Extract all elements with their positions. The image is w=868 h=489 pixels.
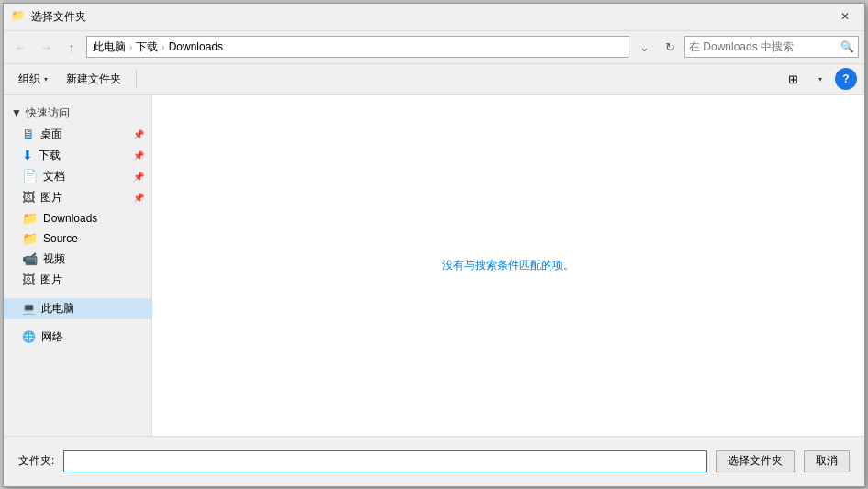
file-picker-dialog: 📁 选择文件夹 ✕ ← → ↑ 此电脑 › 下载 › Downloads ⌄ ↻… — [3, 3, 865, 487]
breadcrumb-item-2[interactable]: Downloads — [169, 40, 223, 53]
sidebar-item-label-documents: 文档 — [43, 169, 65, 184]
sidebar-item-source[interactable]: 📁 Source — [4, 228, 151, 249]
quick-access-label: 快速访问 — [26, 106, 70, 121]
sidebar-item-desktop[interactable]: 🖥 桌面 📌 — [4, 124, 151, 145]
documents-icon: 📄 — [22, 169, 38, 183]
view-button[interactable]: ⊞ — [780, 67, 806, 91]
titlebar: 📁 选择文件夹 ✕ — [4, 4, 864, 31]
search-input[interactable] — [689, 40, 837, 53]
sidebar-item-label-downloads: 下载 — [39, 148, 61, 163]
empty-message: 没有与搜索条件匹配的项。 — [442, 258, 574, 273]
this-pc-icon: 💻 — [22, 302, 36, 315]
sidebar-item-label-downloads-folder: Downloads — [43, 212, 97, 225]
folder-label: 文件夹: — [18, 453, 54, 469]
titlebar-icon: 📁 — [11, 9, 26, 24]
sidebar-item-label-pictures: 图片 — [40, 190, 62, 206]
file-area: 没有与搜索条件匹配的项。 — [152, 95, 864, 436]
cancel-button[interactable]: 取消 — [804, 450, 850, 472]
sidebar-item-network[interactable]: 🌐 网络 — [4, 327, 151, 348]
sidebar-item-label-network: 网络 — [41, 329, 63, 345]
desktop-icon: 🖥 — [22, 127, 35, 141]
organize-chevron-icon: ▾ — [44, 75, 48, 83]
sidebar-item-downloads[interactable]: ⬇ 下载 📌 — [4, 145, 151, 166]
toolbar: 组织 ▾ 新建文件夹 ⊞ ▾ ? — [4, 64, 864, 95]
pictures2-icon: 🖼 — [22, 272, 35, 287]
source-icon: 📁 — [22, 231, 38, 246]
sidebar-item-downloads-folder[interactable]: 📁 Downloads — [4, 208, 151, 228]
videos-icon: 📹 — [22, 251, 38, 266]
addressbar: ← → ↑ 此电脑 › 下载 › Downloads ⌄ ↻ 🔍 — [4, 31, 864, 64]
search-icon: 🔍 — [840, 40, 854, 53]
sidebar-item-label-desktop: 桌面 — [40, 127, 62, 142]
close-button[interactable]: ✕ — [833, 6, 857, 27]
toolbar-separator — [136, 70, 137, 88]
sidebar-item-documents[interactable]: 📄 文档 📌 — [4, 166, 151, 187]
breadcrumb-dropdown-button[interactable]: ⌄ — [633, 36, 655, 58]
quick-access-collapse-icon: ▼ — [11, 106, 22, 119]
back-button[interactable]: ← — [9, 36, 31, 58]
breadcrumb-item-1[interactable]: 下载 — [136, 39, 158, 55]
sidebar-item-label-this-pc: 此电脑 — [41, 301, 74, 317]
search-box: 🔍 — [684, 36, 859, 58]
pin-icon-documents: 📌 — [133, 172, 144, 182]
organize-label: 组织 — [18, 72, 40, 87]
pin-icon-downloads: 📌 — [133, 150, 144, 161]
sidebar: ▼ 快速访问 🖥 桌面 📌 ⬇ 下载 📌 📄 文档 📌 — [4, 95, 152, 436]
breadcrumb-sep-1: › — [161, 42, 164, 52]
sidebar-item-pictures2[interactable]: 🖼 图片 — [4, 270, 151, 291]
view-icon: ⊞ — [788, 72, 798, 86]
downloads-folder-icon: 📁 — [22, 211, 38, 226]
help-button[interactable]: ? — [835, 68, 857, 90]
view-chevron-icon: ▾ — [818, 75, 822, 83]
quick-access-section: ▼ 快速访问 🖥 桌面 📌 ⬇ 下载 📌 📄 文档 📌 — [4, 99, 151, 295]
refresh-button[interactable]: ↻ — [659, 36, 681, 58]
folder-input[interactable] — [63, 450, 707, 472]
new-folder-label: 新建文件夹 — [66, 72, 121, 87]
organize-button[interactable]: 组织 ▾ — [11, 67, 55, 91]
pictures-icon: 🖼 — [22, 190, 35, 205]
this-pc-section: 💻 此电脑 — [4, 295, 151, 323]
sidebar-item-pictures[interactable]: 🖼 图片 📌 — [4, 187, 151, 208]
network-section: 🌐 网络 — [4, 323, 151, 351]
quick-access-header[interactable]: ▼ 快速访问 — [4, 103, 151, 124]
sidebar-item-videos[interactable]: 📹 视频 — [4, 249, 151, 270]
breadcrumb: 此电脑 › 下载 › Downloads — [86, 36, 629, 58]
breadcrumb-sep-0: › — [129, 42, 132, 52]
pin-icon-pictures: 📌 — [133, 193, 144, 203]
sidebar-item-label-pictures2: 图片 — [40, 272, 62, 288]
titlebar-controls: ✕ — [833, 6, 857, 27]
new-folder-button[interactable]: 新建文件夹 — [59, 67, 128, 91]
view-dropdown-button[interactable]: ▾ — [807, 67, 833, 91]
sidebar-item-label-videos: 视频 — [43, 251, 65, 267]
select-folder-button[interactable]: 选择文件夹 — [716, 450, 795, 472]
sidebar-item-label-source: Source — [43, 232, 78, 245]
network-icon: 🌐 — [22, 330, 36, 343]
forward-button[interactable]: → — [35, 36, 57, 58]
main-content: ▼ 快速访问 🖥 桌面 📌 ⬇ 下载 📌 📄 文档 📌 — [4, 95, 864, 436]
bottombar: 文件夹: 选择文件夹 取消 — [4, 436, 864, 486]
titlebar-title: 选择文件夹 — [31, 9, 833, 25]
pin-icon-desktop: 📌 — [133, 129, 144, 139]
breadcrumb-item-0[interactable]: 此电脑 — [93, 39, 126, 55]
up-button[interactable]: ↑ — [61, 36, 83, 58]
sidebar-item-this-pc[interactable]: 💻 此电脑 — [4, 298, 151, 319]
downloads-icon: ⬇ — [22, 148, 33, 162]
